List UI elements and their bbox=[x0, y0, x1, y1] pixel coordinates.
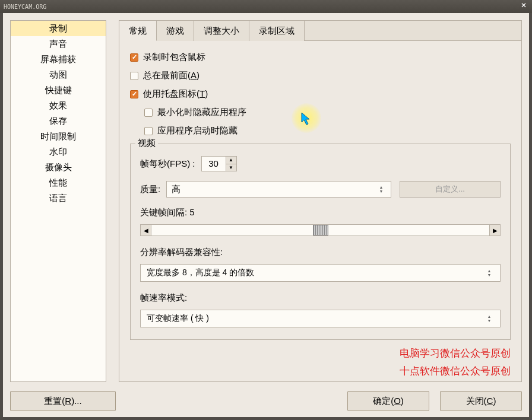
fpsmode-select[interactable]: 可变帧速率 ( 快 ) ▲▼ bbox=[140, 310, 501, 327]
quality-value: 高 bbox=[172, 184, 376, 195]
fps-label: 帧每秒(FPS) : bbox=[140, 158, 195, 170]
reset-button[interactable]: 重置(R)... bbox=[10, 391, 116, 411]
quality-label: 质量: bbox=[140, 184, 160, 195]
sidebar-item-hotkeys[interactable]: 快捷键 bbox=[11, 82, 106, 98]
tab-resize[interactable]: 调整大小 bbox=[194, 21, 249, 41]
sidebar-item-camera[interactable]: 摄像头 bbox=[11, 160, 106, 175]
sidebar-item-language[interactable]: 语言 bbox=[11, 190, 106, 206]
row-quality: 质量: 高 ▲▼ 自定义... bbox=[140, 181, 501, 198]
sidebar-item-watermark[interactable]: 水印 bbox=[11, 144, 106, 160]
label-hide-on-start: 应用程序启动时隐藏 bbox=[157, 125, 238, 136]
annotation-line2: 十点软件微信公众号原创 bbox=[400, 362, 511, 380]
main-panel: 常规 游戏 调整大小 录制区域 录制时包含鼠标 总在最前面(A) 使用托盘图标(… bbox=[119, 20, 522, 382]
label-always-top: 总在最前面(A) bbox=[143, 70, 200, 81]
row-hide-on-min: 最小化时隐藏应用程序 bbox=[144, 107, 511, 118]
fps-down-icon[interactable]: ▼ bbox=[226, 164, 236, 171]
fpsmode-value: 可变帧速率 ( 快 ) bbox=[147, 313, 484, 324]
quality-select[interactable]: 高 ▲▼ bbox=[166, 181, 391, 198]
sidebar-item-performance[interactable]: 性能 bbox=[11, 175, 106, 190]
sidebar: 录制 声音 屏幕捕获 动图 快捷键 效果 保存 时间限制 水印 摄像头 性能 语… bbox=[10, 20, 106, 382]
keyframe-label: 关键帧间隔: 5 bbox=[140, 207, 501, 218]
checkbox-include-cursor[interactable] bbox=[130, 53, 138, 62]
titlebar[interactable]: HONEYCAM.ORG ✕ bbox=[0, 0, 532, 13]
row-always-top: 总在最前面(A) bbox=[130, 70, 511, 81]
tab-region[interactable]: 录制区域 bbox=[249, 21, 305, 41]
sidebar-item-audio[interactable]: 声音 bbox=[11, 36, 106, 52]
row-hide-on-start: 应用程序启动时隐藏 bbox=[144, 125, 511, 136]
chevron-updown-icon: ▲▼ bbox=[484, 269, 494, 277]
slider-left-icon[interactable]: ◀ bbox=[141, 225, 151, 236]
footer: 重置(R)... 确定(O) 关闭(C) bbox=[10, 391, 522, 411]
settings-window: HONEYCAM.ORG ✕ 录制 声音 屏幕捕获 动图 快捷键 效果 保存 时… bbox=[0, 0, 532, 420]
fieldset-video: 视频 帧每秒(FPS) : 30 ▲ ▼ 质量: bbox=[130, 144, 511, 340]
tabstrip: 常规 游戏 调整大小 录制区域 bbox=[119, 21, 521, 41]
slider-right-icon[interactable]: ▶ bbox=[489, 225, 500, 236]
checkbox-hide-on-start[interactable] bbox=[144, 127, 153, 135]
decoder-label: 分辨率解码器兼容性: bbox=[140, 247, 501, 258]
slider-thumb[interactable] bbox=[313, 225, 328, 236]
decoder-select[interactable]: 宽度最多 8，高度是 4 的倍数 ▲▼ bbox=[140, 264, 501, 282]
annotation-line1: 电脑学习微信公众号原创 bbox=[400, 345, 511, 362]
watermark-text: HONEYCAM.ORG bbox=[4, 4, 46, 10]
row-include-cursor: 录制时包含鼠标 bbox=[130, 52, 511, 63]
sidebar-item-record[interactable]: 录制 bbox=[11, 21, 106, 36]
fps-spin-buttons: ▲ ▼ bbox=[226, 157, 236, 171]
legend-video: 视频 bbox=[135, 138, 158, 149]
close-icon[interactable]: ✕ bbox=[519, 2, 528, 10]
tab-general[interactable]: 常规 bbox=[119, 21, 157, 41]
sidebar-item-capture[interactable]: 屏幕捕获 bbox=[11, 52, 106, 67]
annotation-text: 电脑学习微信公众号原创 十点软件微信公众号原创 bbox=[400, 345, 511, 380]
sidebar-item-save[interactable]: 保存 bbox=[11, 113, 106, 129]
sidebar-item-gif[interactable]: 动图 bbox=[11, 67, 106, 82]
sidebar-item-effects[interactable]: 效果 bbox=[11, 98, 106, 113]
label-include-cursor: 录制时包含鼠标 bbox=[143, 52, 205, 63]
fps-spinner[interactable]: 30 ▲ ▼ bbox=[201, 156, 237, 171]
chevron-updown-icon: ▲▼ bbox=[484, 315, 494, 323]
decoder-value: 宽度最多 8，高度是 4 的倍数 bbox=[147, 268, 484, 278]
tab-game[interactable]: 游戏 bbox=[157, 21, 194, 41]
keyframe-slider[interactable]: ◀ ▶ bbox=[140, 224, 501, 236]
label-hide-on-min: 最小化时隐藏应用程序 bbox=[157, 107, 246, 118]
ok-button[interactable]: 确定(O) bbox=[347, 391, 429, 411]
fps-value[interactable]: 30 bbox=[202, 157, 226, 171]
row-use-tray: 使用托盘图标(T) bbox=[130, 88, 511, 100]
chevron-updown-icon: ▲▼ bbox=[376, 186, 386, 193]
checkbox-always-top[interactable] bbox=[130, 72, 138, 80]
row-fps: 帧每秒(FPS) : 30 ▲ ▼ bbox=[140, 156, 501, 171]
tab-body-general: 录制时包含鼠标 总在最前面(A) 使用托盘图标(T) 最小化时隐藏应用程序 应用… bbox=[119, 41, 521, 381]
custom-button[interactable]: 自定义... bbox=[400, 181, 501, 198]
label-use-tray: 使用托盘图标(T) bbox=[143, 88, 208, 100]
checkbox-use-tray[interactable] bbox=[130, 90, 138, 98]
close-button[interactable]: 关闭(C) bbox=[440, 391, 522, 411]
fps-up-icon[interactable]: ▲ bbox=[226, 157, 236, 164]
fpsmode-label: 帧速率模式: bbox=[140, 292, 501, 304]
content-area: 录制 声音 屏幕捕获 动图 快捷键 效果 保存 时间限制 水印 摄像头 性能 语… bbox=[3, 13, 529, 417]
sidebar-item-timelimit[interactable]: 时间限制 bbox=[11, 129, 106, 144]
checkbox-hide-on-min[interactable] bbox=[144, 109, 153, 117]
